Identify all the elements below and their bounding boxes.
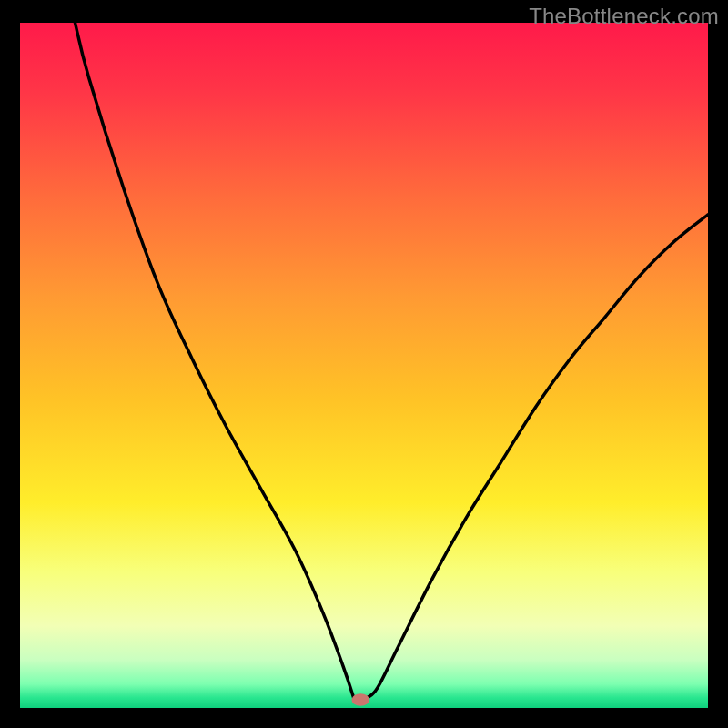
plot-background xyxy=(20,23,708,708)
bottleneck-chart xyxy=(20,23,708,708)
chart-frame: TheBottleneck.com xyxy=(0,0,728,728)
bottleneck-marker xyxy=(351,693,369,706)
watermark-text: TheBottleneck.com xyxy=(529,4,719,29)
